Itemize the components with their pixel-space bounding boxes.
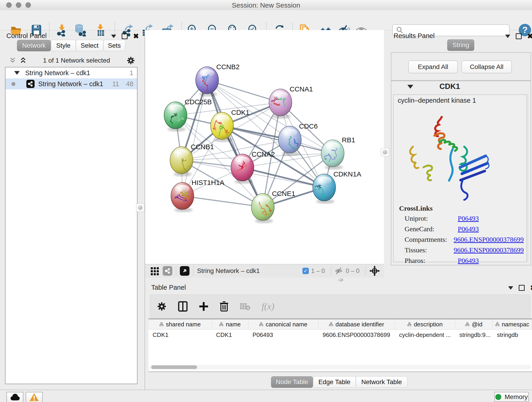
column-header[interactable]: description [395, 319, 455, 329]
network-node-CCNB2[interactable] [196, 67, 219, 96]
network-node-CDC6[interactable] [278, 126, 303, 156]
table-cell[interactable]: stringdb:9... [455, 332, 493, 338]
collapse-all-button[interactable]: Collapse All [462, 61, 512, 73]
crosslink-link[interactable]: P06493 [458, 225, 479, 236]
network-node-CDKN1A[interactable] [311, 174, 336, 204]
network-tree: String Network – cdk1 1 String Network –… [5, 67, 138, 384]
viewbar-separator [176, 266, 176, 275]
column-header[interactable]: shared name [148, 319, 212, 329]
warning-status-button[interactable] [26, 392, 43, 402]
panel-menu-icon[interactable] [111, 35, 116, 38]
cloud-status-button[interactable] [6, 392, 23, 402]
crosslink-label: Uniprot: [405, 215, 458, 225]
crosslinks-list: Uniprot:P06493 GeneCard:P06493 Compartme… [405, 215, 524, 267]
tab-network[interactable]: Network [17, 40, 51, 51]
horizontal-splitter-handle[interactable] [338, 278, 343, 281]
left-divider [145, 30, 145, 390]
crosslink-link[interactable]: 9606.ENSP00000378699 [454, 246, 524, 257]
import-table-file-icon[interactable] [94, 23, 107, 37]
table-toolbar: f(x) [150, 294, 530, 318]
network-collection-row[interactable]: String Network – cdk1 1 [6, 67, 137, 78]
table-options-gear-icon[interactable] [157, 301, 167, 312]
entry-expander-icon[interactable] [407, 85, 413, 89]
expand-all-icon[interactable] [20, 57, 27, 64]
network-selection-status: 1 of 1 Network selected [27, 57, 127, 64]
float-panel-icon[interactable] [519, 285, 525, 291]
entry-description: cyclin–dependent kinase 1 [398, 97, 476, 104]
network-node-CCNB1[interactable] [170, 147, 193, 177]
node-table[interactable]: shared namenamecanonical namedatabase id… [148, 319, 532, 372]
crosslink-link[interactable]: P06493 [458, 257, 479, 267]
table-hscrollbar[interactable] [149, 365, 531, 370]
viewbar-separator [331, 266, 331, 275]
network-node-HIST1H1A[interactable] [171, 182, 194, 212]
table-hscrollbar-thumb[interactable] [151, 365, 197, 369]
fit-selected-crosshair-icon[interactable] [369, 266, 380, 276]
float-panel-icon[interactable] [122, 33, 128, 39]
network-row[interactable]: String Network – cdk1 11 48 [6, 78, 137, 89]
network-type-icon [26, 80, 35, 88]
network-node-CCNE1[interactable] [251, 193, 283, 223]
window-title: Session: New Session [0, 1, 532, 9]
right-splitter-handle[interactable] [381, 148, 389, 156]
tab-select[interactable]: Select [76, 40, 103, 51]
network-node-CDC25B[interactable] [164, 102, 187, 132]
collapse-all-icon[interactable] [9, 57, 16, 64]
expand-all-button[interactable]: Expand All [408, 61, 458, 73]
title-bar: Session: New Session [0, 0, 532, 10]
column-type-icon [495, 322, 500, 326]
import-network-file-icon[interactable] [55, 23, 68, 37]
left-splitter-handle[interactable] [136, 204, 144, 212]
tab-sets[interactable]: Sets [103, 40, 125, 51]
column-header[interactable]: name [212, 319, 248, 329]
birds-eye-view-icon[interactable] [180, 266, 190, 276]
tab-network-table[interactable]: Network Table [356, 376, 407, 388]
column-type-icon [465, 322, 469, 326]
network-canvas[interactable]: CCNB2CCNA1CDC25BCDK1CDC6RB1CCNB1CCNA2CDK… [145, 30, 384, 264]
create-column-icon[interactable] [199, 302, 209, 311]
float-panel-icon[interactable] [516, 33, 522, 39]
close-panel-icon[interactable]: ✖ [133, 34, 139, 38]
crosslink-link[interactable]: P06493 [458, 215, 479, 225]
table-cell[interactable]: CDK1 [148, 332, 212, 338]
memory-button[interactable]: Memory [494, 392, 529, 402]
table-row[interactable]: CDK1CDK1P064939606.ENSP00000378699cyclin… [148, 330, 532, 340]
table-cell[interactable]: CDK1 [212, 332, 248, 338]
network-status-dot [12, 82, 15, 86]
tab-edge-table[interactable]: Edge Table [313, 376, 356, 388]
network-view-toolbar: String Network – cdk1 ✓ 1 – 0 0 – 0 [145, 264, 384, 278]
column-header[interactable]: namespac [493, 319, 532, 329]
table-cell[interactable]: P06493 [248, 332, 318, 338]
hidden-count: 0 – 0 [346, 268, 360, 274]
close-panel-icon[interactable]: ✖ [530, 286, 532, 290]
node-label: HIST1H1A [191, 179, 224, 186]
network-badge-icon[interactable] [163, 266, 172, 276]
results-scrollbar[interactable] [528, 95, 531, 262]
tab-string-results[interactable]: String [447, 39, 474, 51]
column-header[interactable]: canonical name [248, 319, 318, 329]
network-node-CCNA1[interactable] [265, 89, 292, 119]
panel-menu-icon[interactable] [505, 35, 510, 38]
network-graph[interactable]: CCNB2CCNA1CDC25BCDK1CDC6RB1CCNB1CCNA2CDK… [145, 30, 384, 264]
network-node-RB1[interactable] [318, 140, 344, 170]
panel-menu-icon[interactable] [508, 286, 513, 290]
table-cell[interactable]: cyclin-dependent ... [395, 332, 455, 338]
close-panel-icon[interactable]: ✖ [527, 34, 532, 38]
tab-style[interactable]: Style [51, 40, 76, 51]
delete-columns-icon[interactable] [220, 301, 229, 312]
tree-expander-icon[interactable] [14, 71, 20, 75]
table-cell[interactable]: 9606.ENSP00000378699 [318, 332, 395, 338]
entry-detail-box: cyclin–dependent kinase 1 Cros [393, 95, 527, 262]
crosslink-row: Pharos:P06493 [405, 257, 524, 267]
selected-checkbox-icon[interactable]: ✓ [302, 268, 309, 274]
network-options-gear-icon[interactable] [127, 56, 135, 65]
table-cell[interactable]: stringdb [493, 332, 532, 338]
column-header[interactable]: @id [455, 319, 493, 329]
grid-view-icon[interactable] [150, 266, 159, 275]
crosslink-link[interactable]: 9606.ENSP00000378699 [454, 236, 524, 246]
import-network-database-icon[interactable] [74, 23, 87, 37]
entry-gene-name: CDK1 [439, 82, 460, 91]
column-header[interactable]: database identifier [318, 319, 395, 329]
show-columns-icon[interactable] [178, 301, 188, 312]
tab-node-table[interactable]: Node Table [271, 376, 313, 388]
